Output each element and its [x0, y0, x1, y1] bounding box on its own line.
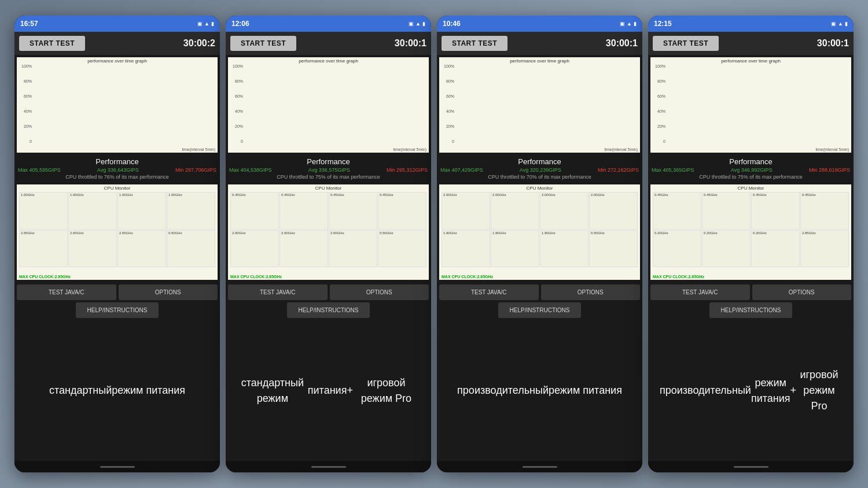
status-bar-4: 12:15 ▣ ▲ ▮ [648, 16, 854, 32]
cpu-cell-r0-c1-4: 0.45GHz [702, 192, 751, 230]
chart-title-1: performance over time graph [17, 58, 218, 64]
help-button-1[interactable]: HELP/INSTRUCTIONS [76, 302, 159, 318]
description-line: игровой режим Pro [353, 375, 420, 406]
status-bar-2: 12:06 ▣ ▲ ▮ [226, 16, 431, 32]
action-bar-3: START TEST 30:00:1 [437, 32, 642, 55]
cpu-cell-r1-c1-2: 2.00GHz [279, 230, 328, 268]
perf-min-4: Min 288,619GIPS [809, 167, 850, 173]
test-java-c-button-3[interactable]: TEST JAVA/C [439, 284, 539, 300]
help-button-2[interactable]: HELP/INSTRUCTIONS [287, 302, 370, 318]
nav-bar-3 [437, 461, 642, 472]
cpu-freq-label: 1.00GHz [70, 193, 84, 197]
cpu-monitor-2: CPU Monitor0.45GHz0.45GHz0.45GHz0.45GHz2… [228, 184, 429, 280]
cpu-monitor-1: CPU Monitor1.00GHz1.00GHz1.00GHz1.00GHz2… [17, 184, 218, 280]
y-axis-label: 40% [18, 109, 32, 113]
cpu-cell-r0-c1-3: 2.00GHz [491, 192, 539, 230]
test-java-c-button-1[interactable]: TEST JAVA/C [17, 284, 116, 300]
help-button-3[interactable]: HELP/INSTRUCTIONS [498, 302, 582, 318]
cpu-freq-label: 2.85GHz [802, 231, 816, 235]
cpu-freq-label: 0.50GHz [168, 231, 182, 235]
cpu-freq-label: 1.00GHz [168, 193, 182, 197]
cpu-cell-r0-c2-3: 2.00GHz [540, 192, 589, 230]
cpu-svg-0-2-1 [118, 200, 165, 229]
cpu-cell-r0-c1-2: 0.45GHz [279, 192, 328, 230]
description-line: игровой режим Pro [796, 367, 842, 414]
cpu-cell-r0-c3-2: 0.45GHz [378, 192, 426, 230]
timer-1: 30:00:2 [183, 38, 215, 49]
cpu-cell-r1-c3-3: 0.50GHz [589, 230, 638, 268]
test-java-c-button-4[interactable]: TEST JAVA/C [650, 284, 750, 300]
cpu-cell-r0-c0-2: 0.45GHz [230, 192, 279, 230]
cpu-cell-r1-c1-1: 2.65GHz [68, 230, 117, 268]
y-axis-label: 60% [440, 94, 454, 98]
action-bar-4: START TEST 30:00:1 [648, 32, 854, 55]
help-button-4[interactable]: HELP/INSTRUCTIONS [709, 302, 793, 318]
cpu-cell-r0-c2-1: 1.00GHz [117, 192, 166, 230]
y-axis-label: 80% [18, 79, 32, 83]
chart-title-4: performance over time graph [650, 58, 851, 64]
phone-screen-3: START TEST 30:00:1 performance over time… [437, 32, 642, 472]
cpu-cell-r0-c3-3: 2.00GHz [589, 192, 638, 230]
cpu-max-label-1: MAX CPU CLOCK:2.85GHz [19, 275, 71, 279]
cpu-svg-0-0-3 [442, 200, 490, 229]
throttle-text-1: CPU throttled to 76% of its max performa… [18, 174, 216, 180]
cpu-freq-label: 2.00GHz [492, 193, 506, 197]
cpu-svg-0-2-2 [329, 200, 377, 229]
cpu-svg-1-2-3 [540, 238, 588, 267]
y-axis-label: 40% [440, 109, 454, 113]
cpu-cell-r1-c1-4: 0.20GHz [702, 230, 751, 268]
cpu-svg-0-1-3 [491, 200, 539, 229]
performance-chart-1: performance over time graph100%80%60%40%… [17, 57, 218, 153]
cpu-freq-label: 1.00GHz [21, 193, 35, 197]
chart-svg-2 [244, 64, 426, 143]
cpu-freq-label: 0.45GHz [281, 193, 295, 197]
options-button-4[interactable]: OPTIONS [752, 284, 852, 300]
description-1: стандартныйрежим питания [14, 320, 220, 461]
perf-avg-1: Avg 336,643GIPS [97, 167, 139, 173]
performance-section-4: Performance Max 405,365GIPS Avg 346,992G… [648, 155, 854, 182]
y-axis-label: 0 [652, 139, 665, 143]
start-test-button-1[interactable]: START TEST [19, 36, 85, 51]
description-line: режим питания [751, 375, 790, 406]
cpu-svg-0-1-1 [69, 200, 116, 229]
nav-indicator-1 [100, 466, 135, 468]
nav-indicator-2 [311, 466, 346, 468]
perf-title-1: Performance [18, 157, 216, 166]
help-row-3: HELP/INSTRUCTIONS [437, 302, 642, 320]
start-test-button-2[interactable]: START TEST [230, 36, 296, 51]
phone-screen-2: START TEST 30:00:1 performance over time… [226, 32, 431, 472]
options-button-2[interactable]: OPTIONS [330, 284, 429, 300]
perf-title-3: Performance [440, 157, 639, 166]
start-test-button-3[interactable]: START TEST [442, 36, 507, 51]
description-line: режим питания [112, 383, 185, 398]
cpu-freq-label: 0.45GHz [654, 193, 668, 197]
perf-max-3: Max 407,429GIPS [440, 167, 483, 173]
nav-bar-1 [14, 461, 220, 472]
phone-screen-4: START TEST 30:00:1 performance over time… [648, 32, 854, 472]
cpu-freq-label: 2.65GHz [70, 231, 84, 235]
options-button-3[interactable]: OPTIONS [541, 284, 641, 300]
cpu-freq-label: 1.90GHz [542, 231, 556, 235]
test-java-c-button-2[interactable]: TEST JAVA/C [228, 284, 328, 300]
phone-screen-1: START TEST 30:00:2 performance over time… [14, 32, 220, 472]
action-bar-1: START TEST 30:00:2 [14, 32, 220, 55]
cpu-svg-1-2-4 [752, 238, 799, 267]
cpu-svg-0-2-3 [540, 200, 588, 229]
cpu-svg-0-1-2 [280, 200, 328, 229]
wifi-icon: ▣ [197, 21, 203, 27]
cpu-cell-r1-c2-1: 2.65GHz [117, 230, 166, 268]
perf-avg-2: Avg 336,575GIPS [308, 167, 350, 173]
cpu-svg-1-0-3 [442, 238, 490, 267]
options-button-1[interactable]: OPTIONS [119, 284, 218, 300]
cpu-monitor-title-3: CPU Monitor [439, 184, 640, 191]
chart-canvas-3 [455, 64, 638, 143]
signal-icon: ▲ [627, 21, 632, 27]
cpu-svg-1-0-2 [231, 238, 278, 267]
status-time-4: 12:15 [654, 20, 672, 28]
chart-time-label-3: time(interval 5min) [604, 147, 638, 151]
timer-3: 30:00:1 [606, 38, 638, 49]
chart-time-label-2: time(interval 5min) [393, 147, 426, 151]
start-test-button-4[interactable]: START TEST [653, 36, 719, 51]
performance-section-2: Performance Max 404,538GIPS Avg 336,575G… [226, 155, 431, 182]
cpu-svg-1-3-4 [801, 238, 848, 267]
